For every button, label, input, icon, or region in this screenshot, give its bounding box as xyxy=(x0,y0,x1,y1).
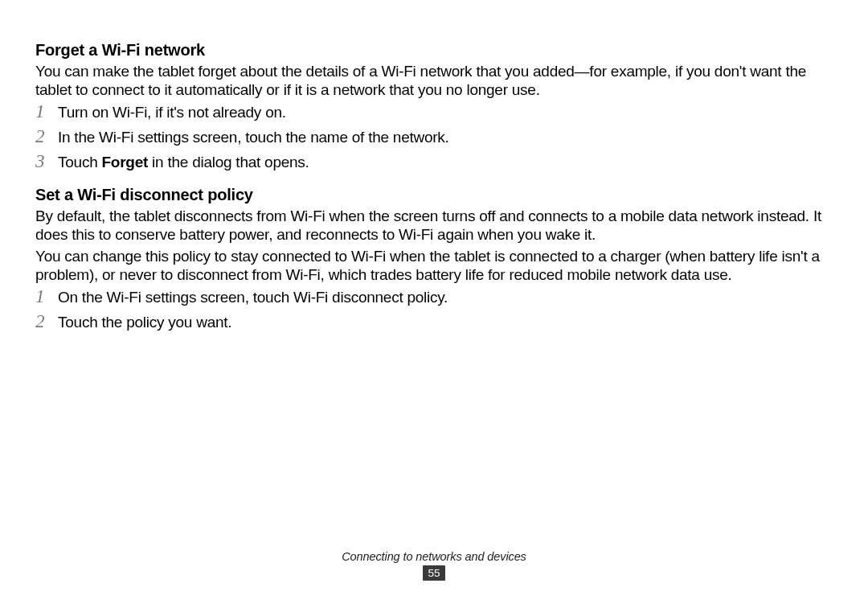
section-heading: Forget a Wi-Fi network xyxy=(35,40,833,60)
section-disconnect-policy: Set a Wi-Fi disconnect policy By default… xyxy=(35,185,833,332)
step-list: 1 On the Wi-Fi settings screen, touch Wi… xyxy=(35,287,833,332)
section-forget-wifi: Forget a Wi-Fi network You can make the … xyxy=(35,40,833,172)
step-number: 1 xyxy=(35,287,58,306)
step-item: 2 Touch the policy you want. xyxy=(35,312,833,332)
section-heading: Set a Wi-Fi disconnect policy xyxy=(35,185,833,205)
step-list: 1 Turn on Wi-Fi, if it's not already on.… xyxy=(35,102,833,171)
step-text: In the Wi-Fi settings screen, touch the … xyxy=(58,128,449,147)
step-item: 3 Touch Forget in the dialog that opens. xyxy=(35,152,833,172)
step-text: Touch Forget in the dialog that opens. xyxy=(58,153,309,172)
section-intro: You can make the tablet forget about the… xyxy=(35,62,833,99)
step-number: 2 xyxy=(35,312,58,331)
step-text: On the Wi-Fi settings screen, touch Wi-F… xyxy=(58,288,448,307)
step-text: Touch the policy you want. xyxy=(58,313,231,332)
step-number: 1 xyxy=(35,102,58,121)
step-item: 1 Turn on Wi-Fi, if it's not already on. xyxy=(35,102,833,122)
step-text: Turn on Wi-Fi, if it's not already on. xyxy=(58,103,286,122)
step-item: 2 In the Wi-Fi settings screen, touch th… xyxy=(35,127,833,147)
page-number: 55 xyxy=(423,565,444,581)
section-paragraph: By default, the tablet disconnects from … xyxy=(35,207,833,244)
step-number: 2 xyxy=(35,127,58,146)
step-number: 3 xyxy=(35,152,58,170)
step-item: 1 On the Wi-Fi settings screen, touch Wi… xyxy=(35,287,833,307)
section-paragraph: You can change this policy to stay conne… xyxy=(35,247,833,284)
document-page: Forget a Wi-Fi network You can make the … xyxy=(0,0,868,608)
page-footer: Connecting to networks and devices 55 xyxy=(0,550,868,581)
footer-chapter-title: Connecting to networks and devices xyxy=(0,550,868,563)
